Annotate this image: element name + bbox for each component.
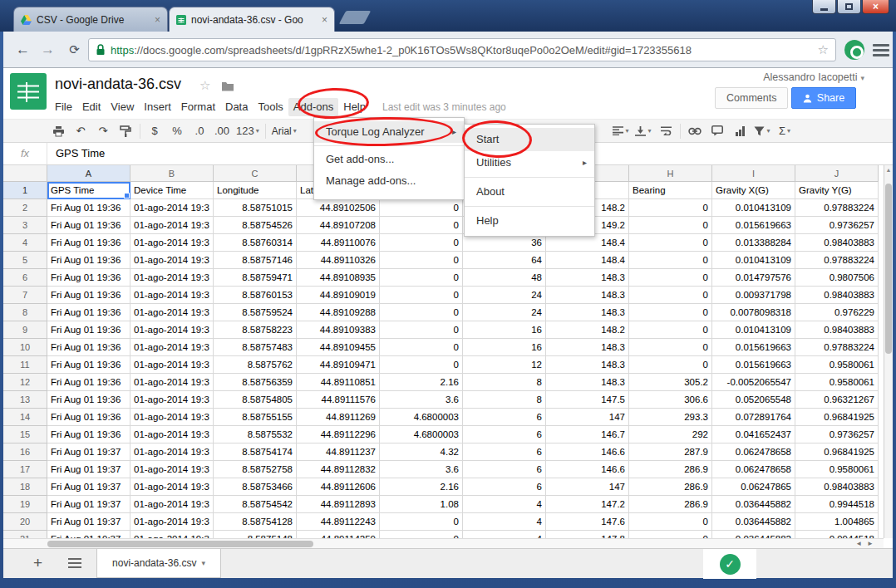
menu-item-manage-add-ons[interactable]: Manage add-ons... <box>314 170 464 192</box>
cell-A9[interactable]: Fri Aug 01 19:36 <box>47 321 130 339</box>
cell-E12[interactable]: 2.16 <box>380 374 463 391</box>
format-percent-button[interactable]: % <box>169 125 185 137</box>
extension-icon[interactable] <box>844 40 864 60</box>
cell-F11[interactable]: 12 <box>463 356 546 374</box>
comments-button[interactable]: Comments <box>715 87 788 109</box>
cell-D5[interactable]: 44.89110326 <box>297 252 380 269</box>
cell-D10[interactable]: 44.89109455 <box>297 339 380 356</box>
cell-B21[interactable]: 01-ago-2014 19:3 <box>130 531 214 538</box>
cell-E20[interactable]: 0 <box>380 513 463 531</box>
cell-A12[interactable]: Fri Aug 01 19:36 <box>47 374 130 391</box>
cell-J16[interactable]: 0.96841925 <box>795 443 879 461</box>
number-format-button[interactable]: 123▾ <box>236 125 259 137</box>
cell-F6[interactable]: 48 <box>463 269 546 287</box>
cell-G15[interactable]: 146.7 <box>546 426 629 443</box>
cell-C19[interactable]: 8.58754542 <box>214 496 297 513</box>
cell-G6[interactable]: 148.3 <box>546 269 629 287</box>
grid-corner[interactable] <box>3 165 47 182</box>
browser-tab-spreadsheet[interactable]: novi-andata-36.csv - Goo × <box>169 7 335 32</box>
cell-H7[interactable]: 0 <box>629 287 712 304</box>
cell-D6[interactable]: 44.89108935 <box>297 269 380 287</box>
row-header-15[interactable]: 15 <box>3 426 47 443</box>
cell-F12[interactable]: 8 <box>463 374 546 391</box>
close-button[interactable]: × <box>862 0 889 14</box>
cell-I1[interactable]: Gravity X(G) <box>712 182 795 199</box>
cell-F15[interactable]: 6 <box>463 426 546 443</box>
cell-D11[interactable]: 44.89109471 <box>297 356 380 374</box>
cell-H9[interactable]: 0 <box>629 321 712 339</box>
cell-I6[interactable]: 0.014797576 <box>712 269 795 287</box>
menu-view[interactable]: View <box>106 98 139 116</box>
cell-B8[interactable]: 01-ago-2014 19:3 <box>130 304 214 321</box>
cell-C4[interactable]: 8.58760314 <box>214 234 297 252</box>
filter-icon[interactable]: ▾ <box>754 126 770 136</box>
menu-item-start[interactable]: Start <box>465 128 594 151</box>
cell-C15[interactable]: 8.5875532 <box>214 426 297 443</box>
cell-A8[interactable]: Fri Aug 01 19:36 <box>47 304 130 321</box>
cell-J11[interactable]: 0.9580061 <box>795 356 879 374</box>
cell-H12[interactable]: 305.2 <box>629 374 712 391</box>
vertical-align-icon[interactable]: ▾ <box>635 126 652 136</box>
cell-E6[interactable]: 0 <box>380 269 463 287</box>
cell-E14[interactable]: 4.6800003 <box>380 409 463 426</box>
cell-A1[interactable]: GPS Time <box>47 182 130 199</box>
cell-C7[interactable]: 8.58760153 <box>214 287 297 304</box>
row-header-11[interactable]: 11 <box>3 356 47 374</box>
cell-E8[interactable]: 0 <box>380 304 463 321</box>
menu-tools[interactable]: Tools <box>253 98 288 116</box>
share-button[interactable]: Share <box>791 87 856 109</box>
redo-icon[interactable]: ↷ <box>95 125 111 137</box>
row-header-1[interactable]: 1 <box>3 182 47 199</box>
cell-E7[interactable]: 0 <box>380 287 463 304</box>
cell-E10[interactable]: 0 <box>380 339 463 356</box>
cell-I17[interactable]: 0.062478658 <box>712 461 795 478</box>
minimize-button[interactable] <box>812 0 836 14</box>
cell-H6[interactable]: 0 <box>629 269 712 287</box>
row-header-4[interactable]: 4 <box>3 234 47 252</box>
row-header-3[interactable]: 3 <box>3 217 47 234</box>
cell-C16[interactable]: 8.58754174 <box>214 443 297 461</box>
cell-H15[interactable]: 292 <box>629 426 712 443</box>
cell-A20[interactable]: Fri Aug 01 19:37 <box>47 513 130 531</box>
cell-G14[interactable]: 147 <box>546 409 629 426</box>
cell-I5[interactable]: 0.010413109 <box>712 252 795 269</box>
row-header-9[interactable]: 9 <box>3 321 47 339</box>
cell-G7[interactable]: 148.3 <box>546 287 629 304</box>
cell-B6[interactable]: 01-ago-2014 19:3 <box>130 269 214 287</box>
scroll-arrows[interactable]: ◄► <box>855 540 879 547</box>
cell-J4[interactable]: 0.98403883 <box>795 234 879 252</box>
menu-item-help[interactable]: Help <box>465 209 594 233</box>
cell-E18[interactable]: 2.16 <box>380 478 463 496</box>
cell-C21[interactable]: 8.5875148 <box>214 531 297 538</box>
column-header-J[interactable]: J <box>795 165 879 182</box>
horizontal-align-icon[interactable]: ▾ <box>613 126 629 135</box>
cell-C3[interactable]: 8.58754526 <box>214 217 297 234</box>
cell-F18[interactable]: 6 <box>463 478 546 496</box>
row-header-14[interactable]: 14 <box>3 409 47 426</box>
cell-H20[interactable]: 0 <box>629 513 712 531</box>
cell-J8[interactable]: 0.976229 <box>795 304 879 321</box>
cell-G8[interactable]: 148.3 <box>546 304 629 321</box>
cell-D14[interactable]: 44.8911269 <box>297 409 380 426</box>
cell-E21[interactable]: 0 <box>380 531 463 538</box>
cell-D19[interactable]: 44.89112893 <box>297 496 380 513</box>
cell-I10[interactable]: 0.015619663 <box>712 339 795 356</box>
sheets-logo[interactable] <box>10 73 47 110</box>
cell-F19[interactable]: 4 <box>463 496 546 513</box>
cell-G11[interactable]: 148.3 <box>546 356 629 374</box>
cell-C18[interactable]: 8.58753466 <box>214 478 297 496</box>
cell-B4[interactable]: 01-ago-2014 19:3 <box>130 234 214 252</box>
address-bar[interactable]: https://docs.google.com/spreadsheets/d/1… <box>88 38 836 61</box>
cell-A6[interactable]: Fri Aug 01 19:36 <box>47 269 130 287</box>
cell-D20[interactable]: 44.89112243 <box>297 513 380 531</box>
cell-F20[interactable]: 4 <box>463 513 546 531</box>
cell-G13[interactable]: 147.5 <box>546 391 629 409</box>
cell-F4[interactable]: 36 <box>463 234 546 252</box>
cell-H8[interactable]: 0 <box>629 304 712 321</box>
row-header-2[interactable]: 2 <box>3 199 47 217</box>
cell-J1[interactable]: Gravity Y(G) <box>795 182 879 199</box>
cell-F10[interactable]: 16 <box>463 339 546 356</box>
cell-C6[interactable]: 8.58759471 <box>214 269 297 287</box>
cell-J7[interactable]: 0.98403883 <box>795 287 879 304</box>
cell-G9[interactable]: 148.2 <box>546 321 629 339</box>
